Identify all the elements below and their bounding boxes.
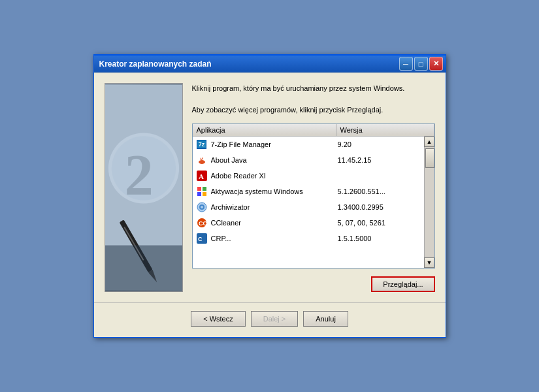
app-version: 5.1.2600.551...	[335, 188, 424, 195]
list-item[interactable]: Archiwizator 1.3400.0.2995	[193, 199, 424, 215]
footer: < Wstecz Dalej > Anuluj	[94, 302, 446, 337]
scroll-up-button[interactable]: ▲	[424, 137, 434, 147]
app-name: Adobe Reader XI	[211, 172, 335, 180]
wizard-window: Kreator zaplanowanych zadań ─ □ ✕ 2	[93, 54, 446, 338]
next-button[interactable]: Dalej >	[251, 311, 299, 327]
svg-text:CC: CC	[199, 220, 207, 227]
dialog-body: 2 Kliknij program, który ma być uruchami…	[94, 73, 446, 302]
svg-rect-12	[203, 187, 206, 191]
svg-point-17	[201, 206, 203, 208]
app-version: 11.45.2.15	[335, 156, 424, 164]
app-icon-windows	[195, 185, 208, 198]
app-name: CRP...	[211, 235, 335, 242]
maximize-button[interactable]: □	[414, 57, 428, 71]
app-version: 9.20	[335, 140, 424, 148]
app-version: 5, 07, 00, 5261	[335, 219, 424, 227]
list-item[interactable]: C CRP... 1.5.1.5000	[193, 231, 424, 246]
list-scroll-area: 7z 7-Zip File Manager 9.20	[193, 137, 434, 269]
cancel-button[interactable]: Anuluj	[303, 311, 348, 327]
svg-rect-14	[203, 192, 206, 196]
app-icon-java	[195, 154, 208, 167]
list-item[interactable]: CC CCleaner 5, 07, 00, 5261	[193, 215, 424, 231]
list-header: Aplikacja Wersja	[193, 124, 434, 137]
app-version: 1.5.1.5000	[335, 235, 424, 242]
close-button[interactable]: ✕	[429, 57, 443, 71]
window-title: Kreator zaplanowanych zadań	[99, 59, 212, 69]
svg-rect-13	[197, 192, 201, 196]
scroll-down-button[interactable]: ▼	[424, 257, 434, 268]
description-text: Kliknij program, który ma być uruchamian…	[192, 83, 435, 116]
app-name: About Java	[211, 156, 335, 164]
svg-text:A: A	[199, 172, 204, 180]
svg-text:C: C	[198, 236, 203, 242]
list-items: 7z 7-Zip File Manager 9.20	[193, 137, 424, 269]
svg-text:2: 2	[124, 142, 153, 206]
app-name: Archiwizator	[211, 203, 335, 211]
app-list-container: Aplikacja Wersja 7z 7-Zip File Manager 9…	[192, 123, 435, 269]
browse-button[interactable]: Przeglądaj...	[371, 276, 434, 292]
title-bar: Kreator zaplanowanych zadań ─ □ ✕	[94, 56, 446, 73]
list-item[interactable]: Aktywacja systemu Windows 5.1.2600.551..…	[193, 184, 424, 199]
app-name: 7-Zip File Manager	[211, 140, 335, 148]
description-line2: Aby zobaczyć więcej programów, kliknij p…	[192, 106, 384, 114]
app-icon-ccleaner: CC	[195, 216, 208, 229]
scroll-thumb[interactable]	[425, 148, 434, 168]
scrollbar: ▲ ▼	[424, 137, 434, 269]
app-icon-adobe: A	[195, 169, 208, 182]
svg-point-8	[199, 160, 205, 164]
scroll-track	[425, 147, 434, 258]
app-icon-crp: C	[195, 232, 208, 245]
title-bar-buttons: ─ □ ✕	[399, 57, 443, 71]
svg-rect-6	[105, 246, 182, 291]
app-name: CCleaner	[211, 219, 335, 227]
app-icon-archiwizator	[195, 201, 208, 214]
back-button[interactable]: < Wstecz	[191, 311, 246, 327]
app-name: Aktywacja systemu Windows	[211, 188, 335, 195]
col-header-version: Wersja	[336, 124, 434, 136]
col-header-app: Aplikacja	[193, 124, 336, 136]
description-line1: Kliknij program, który ma być uruchamian…	[192, 84, 405, 92]
list-item[interactable]: A Adobe Reader XI	[193, 168, 424, 184]
list-item[interactable]: 7z 7-Zip File Manager 9.20	[193, 137, 424, 152]
app-version: 1.3400.0.2995	[335, 203, 424, 211]
list-item[interactable]: About Java 11.45.2.15	[193, 152, 424, 168]
minimize-button[interactable]: ─	[399, 57, 413, 71]
svg-rect-11	[197, 187, 201, 191]
browse-row: Przeglądaj...	[192, 276, 435, 292]
decorative-image: 2	[105, 83, 183, 292]
app-icon-7zip: 7z	[195, 138, 208, 151]
right-content: Kliknij program, który ma być uruchamian…	[192, 83, 435, 292]
